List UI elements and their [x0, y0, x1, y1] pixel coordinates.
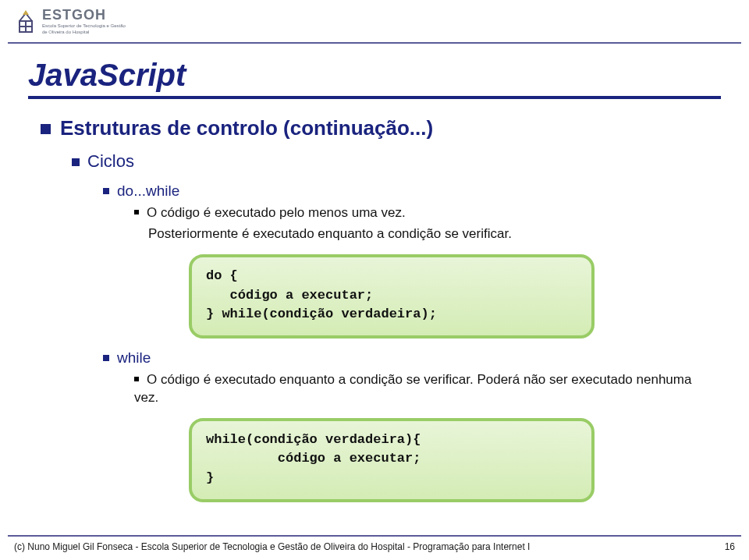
logo-icon: [14, 6, 37, 36]
footer: (c) Nuno Miguel Gil Fonseca - Escola Sup…: [8, 535, 741, 552]
while-desc-1: O código é executado enquanto a condição…: [134, 371, 696, 407]
bullet-icon: [72, 158, 80, 166]
heading-2-text: Ciclos: [87, 151, 134, 171]
heading-2: Ciclos: [72, 151, 718, 172]
footer-credits: (c) Nuno Miguel Gil Fonseca - Escola Sup…: [14, 541, 530, 552]
bullet-icon: [41, 124, 51, 134]
heading-while: while: [103, 349, 718, 367]
dowhile-desc-2-text: Posteriormente é executado enquanto a co…: [148, 226, 512, 241]
heading-dowhile: do...while: [103, 183, 718, 200]
code-while: while(condição verdadeira){ código a exe…: [189, 418, 595, 502]
bullet-icon: [103, 355, 109, 361]
logo-subtitle-1: Escola Superior de Tecnologia e Gestão: [42, 23, 126, 28]
logo: ESTGOH Escola Superior de Tecnologia e G…: [14, 6, 126, 36]
bullet-icon: [134, 377, 139, 381]
heading-1: Estruturas de controlo (continuação...): [41, 116, 718, 140]
slide-title: JavaScript: [0, 44, 749, 96]
svg-marker-3: [23, 10, 29, 15]
header-bar: ESTGOH Escola Superior de Tecnologia e G…: [0, 0, 749, 42]
code-dowhile: do { código a executar; } while(condição…: [189, 254, 595, 338]
dowhile-desc-2: Posteriormente é executado enquanto a co…: [148, 225, 648, 243]
page-number: 16: [725, 541, 735, 552]
slide-content: Estruturas de controlo (continuação...) …: [0, 99, 749, 502]
dowhile-desc-1: O código é executado pelo menos uma vez.: [134, 204, 718, 222]
heading-while-text: while: [117, 349, 151, 366]
logo-text: ESTGOH Escola Superior de Tecnologia e G…: [42, 8, 126, 34]
logo-subtitle-2: de Oliveira do Hospital: [42, 30, 126, 34]
bullet-icon: [134, 210, 139, 214]
dowhile-desc-1-text: O código é executado pelo menos uma vez.: [147, 205, 406, 220]
footer-divider: [8, 535, 741, 537]
while-desc-1-text: O código é executado enquanto a condição…: [134, 372, 691, 405]
bullet-icon: [103, 188, 109, 194]
heading-1-text: Estruturas de controlo (continuação...): [60, 116, 433, 140]
logo-title: ESTGOH: [42, 8, 126, 22]
heading-dowhile-text: do...while: [117, 183, 179, 199]
